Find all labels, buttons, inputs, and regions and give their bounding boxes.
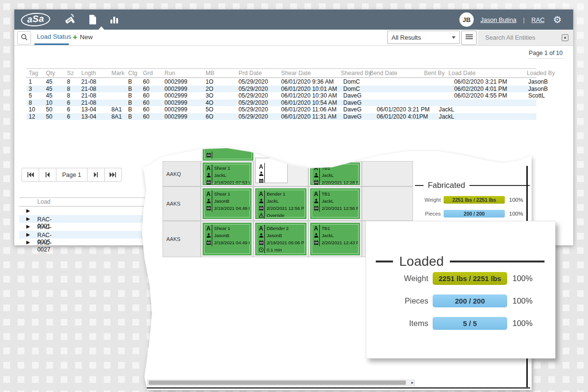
expand-arrow-icon[interactable]: ▶: [26, 232, 30, 237]
card-line: 2/19/2021 04:49 PM: [205, 205, 250, 212]
table-cell: 60: [143, 78, 150, 86]
user-name-link[interactable]: Jason Butina: [480, 16, 516, 23]
table-cell: 5: [29, 92, 32, 99]
card-line: 2/20/2021 12:28 PM: [313, 179, 358, 185]
calendar-icon: [205, 206, 212, 211]
horizontal-scrollbar[interactable]: ▸: [147, 380, 415, 386]
column-header[interactable]: Sheared By: [341, 70, 371, 76]
stat-label: Pieces: [415, 211, 441, 217]
column-header[interactable]: Load Date: [448, 70, 476, 76]
card-text: [264, 163, 286, 170]
table-cell: 6O: [206, 113, 213, 120]
stat-row: Pieces200 / 200100%: [366, 294, 555, 307]
card-text: 2/20/2021 12:43 PM: [319, 239, 358, 246]
table-cell: 13-04: [81, 113, 96, 120]
table-cell: 06/01/2020 10:01 AM: [281, 86, 337, 93]
card-text: JackL: [264, 197, 305, 205]
table-cell: 0002999: [164, 106, 187, 113]
person-icon: [313, 198, 319, 204]
expand-arrow-icon[interactable]: ▶: [26, 208, 30, 213]
production-card[interactable]: ATB1JackL2/20/2021 12:43 PM: [310, 223, 360, 255]
machine-icon: A: [258, 226, 264, 231]
first-page-button[interactable]: [22, 168, 39, 182]
gear-icon[interactable]: ⚙: [553, 15, 562, 24]
page-indicator: Page 1 of 10: [529, 50, 563, 56]
new-button[interactable]: + New: [73, 33, 93, 41]
table-cell: 8: [29, 99, 32, 107]
table-cell: 0002999: [164, 113, 187, 120]
column-header[interactable]: Prd Date: [239, 70, 262, 76]
expand-arrow-icon[interactable]: ▶: [26, 224, 30, 229]
expand-arrow-icon[interactable]: ▶: [26, 240, 30, 245]
card-lines: ABender 1JackL2/20/2021 12:56 PMOverride: [258, 190, 305, 219]
table-cell: 13-04: [81, 106, 96, 113]
entity-search-input[interactable]: [484, 33, 558, 42]
column-header[interactable]: Lngth: [81, 70, 96, 76]
table-cell: B: [128, 113, 132, 120]
column-header[interactable]: Qty: [46, 70, 55, 76]
production-card[interactable]: AShear 1JasonB2/19/2021 04:49 PM: [203, 223, 251, 255]
previous-page-button[interactable]: [39, 168, 56, 182]
table-cell: 06/01/2020 9:36 AM: [281, 78, 334, 86]
column-header[interactable]: Mark: [111, 70, 124, 76]
column-header[interactable]: Bend Date: [370, 70, 397, 76]
tab-load-status[interactable]: Load Status: [37, 33, 71, 40]
scroll-right-arrow-icon[interactable]: ▸: [411, 380, 414, 385]
company-link[interactable]: RAC: [532, 16, 544, 23]
table-cell: 12: [29, 113, 35, 120]
production-card[interactable]: AShear 1JasonB2/19/2021 04:49 PM: [203, 188, 251, 219]
next-page-button[interactable]: [87, 168, 105, 182]
last-page-button[interactable]: [104, 168, 122, 182]
card-text: JackL: [319, 197, 358, 205]
card-text: JackL: [212, 172, 250, 179]
stat-label: Weight: [366, 274, 433, 283]
stat-label: Items: [366, 319, 433, 328]
column-header[interactable]: Grd: [143, 70, 153, 76]
production-card[interactable]: ADBender 2JasonB2/19/2021 05:06 PM0.1 mi…: [255, 223, 306, 255]
load-list-top-rule: [19, 197, 149, 198]
table-cell: 60: [143, 106, 150, 113]
expand-arrow-icon[interactable]: ▶: [26, 216, 30, 221]
production-card[interactable]: ABender 1JackL2/20/2021 12:56 PMOverride: [255, 188, 306, 219]
table-cell: 6: [67, 106, 70, 113]
barcode-list-button[interactable]: [461, 31, 477, 45]
production-card[interactable]: AShear 1JackL2/18/2021 07:53 PM: [203, 163, 251, 185]
card-text: 2/19/2021 05:06 PM: [264, 239, 305, 246]
search-button[interactable]: [17, 31, 31, 44]
column-header[interactable]: Ctg: [128, 70, 137, 76]
pagination-bar: Page 1: [22, 168, 122, 182]
column-header[interactable]: Loaded By: [527, 70, 555, 76]
panel-toggle-icon[interactable]: [562, 34, 568, 41]
production-card[interactable]: ATB1JackL2/20/2021 12:56 PM: [310, 188, 360, 219]
results-filter-select[interactable]: All Results: [387, 31, 460, 44]
barcode-scanner-icon[interactable]: [63, 14, 76, 25]
column-header[interactable]: Tag: [29, 70, 38, 76]
card-text: TB1: [319, 225, 358, 232]
card-line: ADBender 2: [258, 225, 305, 232]
card-line: 2/20/2021 12:56 PM: [313, 205, 358, 212]
asa-logo[interactable]: aSa: [21, 12, 51, 27]
table-cell: 05/29/2020: [239, 99, 268, 107]
calendar-icon: [313, 206, 319, 211]
user-avatar[interactable]: JB: [459, 12, 474, 27]
bar-chart-icon[interactable]: [110, 15, 119, 24]
document-icon[interactable]: [88, 14, 97, 25]
card-text: 2/20/2021 12:56 PM: [319, 205, 358, 212]
column-header[interactable]: Bent By: [424, 70, 445, 76]
page-edge-bottom: [145, 387, 530, 389]
card-text: [264, 177, 286, 183]
plus-icon: +: [73, 33, 77, 41]
person-icon: [205, 233, 212, 238]
table-cell: 8A1: [111, 106, 122, 113]
card-text: Shear 1: [212, 164, 250, 172]
table-cell: 60: [143, 92, 150, 99]
board-cell: [362, 161, 413, 186]
column-header[interactable]: Shear Date: [281, 70, 311, 76]
column-header[interactable]: Run: [164, 70, 175, 76]
column-header[interactable]: Sz: [67, 70, 74, 76]
table-cell: JackL: [439, 106, 454, 113]
table-cell: 06/01/2020 10:30 AM: [281, 92, 337, 99]
calendar-icon: [258, 178, 264, 183]
scrollbar-thumb[interactable]: [149, 381, 406, 385]
column-header[interactable]: MB: [206, 70, 214, 76]
